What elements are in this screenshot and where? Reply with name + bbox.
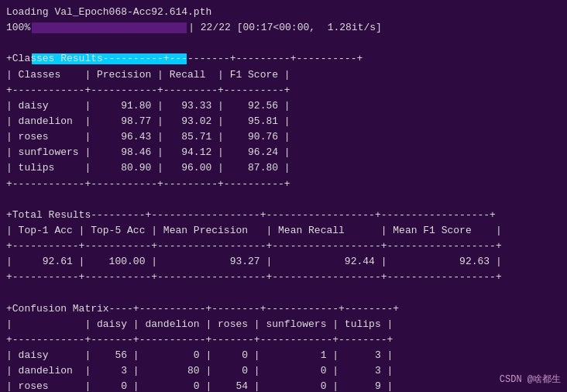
classes-row-0: | daisy | 91.80 | 93.33 | 92.56 | <box>6 98 561 114</box>
confusion-col-header: | | daisy | dandelion | roses | sunflowe… <box>6 317 561 332</box>
total-footer-border: +-----------+-----------+---------------… <box>6 270 561 285</box>
confusion-row-2: | roses | 0 | 0 | 54 | 0 | 9 | <box>6 379 561 392</box>
progress-percent: 100% <box>6 20 30 36</box>
watermark: CSDN @啥都生 <box>500 373 561 386</box>
confusion-row-border: +------------+-------+-----------+------… <box>6 332 561 348</box>
confusion-row-0: | daisy | 56 | 0 | 0 | 1 | 3 | <box>6 348 561 363</box>
empty-line-3 <box>6 286 561 301</box>
progress-info: | 22/22 [00:17<00:00, 1.28it/s] <box>188 20 382 36</box>
classes-header-border: +Classes Results----------+----------+--… <box>6 51 561 67</box>
loading-line: Loading Val_Epoch068-Acc92.614.pth <box>6 5 561 20</box>
total-row-border: +-----------+-----------+---------------… <box>6 239 561 254</box>
progress-line: 100% | 22/22 [00:17<00:00, 1.28it/s] <box>6 20 561 36</box>
classes-row-4: | tulips | 80.90 | 96.00 | 87.80 | <box>6 160 561 176</box>
classes-row-3: | sunflowers | 98.46 | 94.12 | 96.24 | <box>6 145 561 160</box>
classes-col-header: | Classes | Precision | Recall | F1 Scor… <box>6 67 561 83</box>
classes-footer-border: +------------+-----------+---------+----… <box>6 177 561 192</box>
confusion-header-border: +Confusion Matrix----+-----------+------… <box>6 301 561 317</box>
total-col-header: | Top-1 Acc | Top-5 Acc | Mean Precision… <box>6 223 561 239</box>
confusion-row-1: | dandelion | 3 | 80 | 0 | 0 | 3 | <box>6 363 561 379</box>
progress-bar-container <box>32 22 187 33</box>
classes-row-2: | roses | 96.43 | 85.71 | 90.76 | <box>6 129 561 145</box>
total-header-border: +Total Results---------+----------------… <box>6 208 561 223</box>
classes-row-border: +------------+-----------+---------+----… <box>6 83 561 98</box>
total-data-row: | 92.61 | 100.00 | 93.27 | 92.44 | 92.63… <box>6 254 561 270</box>
classes-row-1: | dandelion | 98.77 | 93.02 | 95.81 | <box>6 114 561 129</box>
empty-line-2 <box>6 192 561 208</box>
